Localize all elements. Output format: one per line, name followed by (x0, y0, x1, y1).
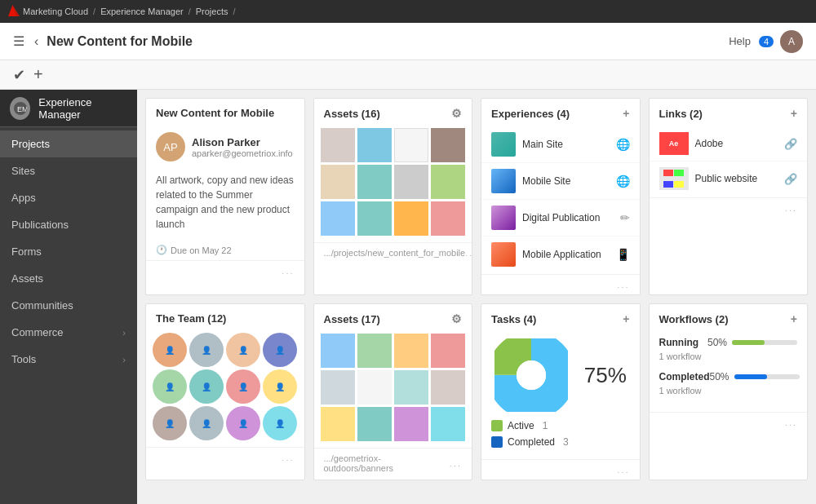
notification-badge[interactable]: 4 (759, 36, 774, 47)
tasks-card: Tasks (4) + 75% (481, 303, 641, 480)
page-title: New Content for Mobile (47, 34, 729, 49)
links-title: Links (2) (659, 108, 703, 120)
assets2-card-header: Assets (17) ⚙ (314, 304, 472, 330)
asset-thumb (394, 334, 428, 368)
add-experience-button[interactable]: + (623, 107, 629, 120)
wf-sub: 1 workflow (659, 351, 798, 361)
main-content: New Content for Mobile AP Alison Parker … (137, 90, 816, 504)
assets2-title: Assets (17) (324, 313, 380, 325)
asset-thumb (431, 128, 465, 162)
wf-percent: 50% (707, 337, 727, 348)
link-item: Public website 🔗 (650, 161, 808, 196)
edit-icon[interactable]: ✏ (620, 211, 630, 224)
sidebar: EM Experience Manager Projects Sites App… (0, 90, 137, 504)
more-options-button[interactable]: ... (282, 453, 294, 462)
experiences-card: Experiences (4) + Main Site 🌐 Mobile Sit… (481, 98, 641, 295)
settings-icon[interactable]: ⚙ (451, 312, 462, 325)
wf-top: Completed 50% (659, 371, 798, 382)
sidebar-item-communities[interactable]: Communities (0, 292, 137, 319)
link-item: Ae Adobe 🔗 (650, 126, 808, 161)
link-icon[interactable]: 🔗 (784, 138, 797, 150)
link-icon[interactable]: 🔗 (784, 173, 797, 185)
more-options-button[interactable]: ... (617, 465, 629, 475)
globe-icon[interactable]: 🌐 (616, 175, 630, 188)
asset-thumb (357, 334, 392, 368)
help-link[interactable]: Help (729, 35, 751, 47)
add-icon[interactable]: + (33, 65, 43, 84)
asset-thumb (394, 407, 428, 441)
asset-thumb (394, 201, 428, 236)
settings-icon[interactable]: ⚙ (451, 107, 462, 120)
sidebar-item-apps[interactable]: Apps (0, 184, 137, 211)
asset-thumb (321, 407, 355, 441)
sidebar-item-commerce[interactable]: Commerce › (0, 319, 137, 346)
legend-dot-active (491, 420, 503, 431)
more-options-button[interactable]: ... (785, 203, 797, 213)
add-task-button[interactable]: + (623, 312, 629, 325)
more-options-button[interactable]: ... (617, 280, 629, 290)
sidebar-item-projects[interactable]: Projects (0, 130, 137, 157)
back-button[interactable]: ‹ (34, 34, 38, 49)
hamburger-icon[interactable]: ☰ (13, 33, 24, 49)
workflows-title: Workflows (2) (659, 313, 729, 325)
asset-thumb (394, 165, 428, 199)
asset-thumb (394, 370, 428, 405)
sidebar-nav: Projects Sites Apps Publications Forms A… (0, 127, 137, 373)
device-icon[interactable]: 📱 (616, 248, 630, 261)
workflows-card-footer: ... (650, 412, 808, 432)
team-card-footer: ... (146, 447, 304, 467)
sidebar-app-name: Experience Manager (38, 96, 127, 121)
team-member-avatar: 👤 (189, 333, 224, 367)
pie-chart-svg (494, 338, 568, 412)
assets2-grid (314, 330, 472, 448)
sidebar-item-publications[interactable]: Publications (0, 211, 137, 238)
legend-item-active: Active 1 (491, 420, 630, 431)
wf-label: Completed (659, 371, 710, 382)
asset-thumb (431, 165, 465, 199)
add-link-button[interactable]: + (791, 107, 797, 120)
project-description: All artwork, copy and new ideas related … (146, 170, 304, 240)
wf-top: Running 50% (659, 337, 798, 348)
assets1-card: Assets (16) ⚙ .../projects/new_content_f… (313, 98, 473, 295)
wf-bar-completed (734, 374, 767, 379)
user-info: Alison Parker aparker@geometriox.info (192, 136, 293, 158)
globe-icon[interactable]: 🌐 (616, 138, 630, 151)
experiences-list: Main Site 🌐 Mobile Site 🌐 Digital Public… (481, 125, 640, 274)
team-member-avatar: 👤 (189, 369, 224, 404)
links-card: Links (2) + Ae Adobe 🔗 (649, 98, 809, 295)
sidebar-item-assets[interactable]: Assets (0, 265, 137, 292)
user-avatar[interactable]: A (780, 30, 803, 53)
team-card: The Team (12) 👤 👤 👤 👤 👤 👤 👤 👤 👤 👤 👤 👤 ..… (145, 303, 305, 480)
experience-name: Main Site (522, 139, 616, 150)
more-options-button[interactable]: ... (785, 418, 797, 427)
team-member-avatar: 👤 (263, 333, 297, 367)
tasks-title: Tasks (4) (491, 313, 536, 325)
assets2-path: .../geometriox-outdoors/banners (324, 453, 450, 473)
check-icon[interactable]: ✔ (13, 66, 25, 84)
sidebar-item-forms[interactable]: Forms (0, 238, 137, 265)
exp-thumb (491, 206, 516, 230)
assets1-card-footer: .../projects/new_content_for_mobile ... (314, 242, 472, 263)
add-workflow-button[interactable]: + (791, 312, 797, 325)
more-options-button[interactable]: ... (282, 266, 294, 276)
sidebar-item-tools[interactable]: Tools › (0, 346, 137, 373)
link-thumb (659, 167, 689, 190)
assets2-card-footer: .../geometriox-outdoors/banners ... (314, 448, 472, 478)
more-options-button[interactable]: ... (450, 458, 462, 468)
sidebar-item-sites[interactable]: Sites (0, 157, 137, 184)
team-member-avatar: 👤 (226, 406, 260, 440)
user-email: aparker@geometriox.info (192, 148, 293, 158)
asset-thumb (321, 128, 355, 162)
sep3: / (233, 7, 235, 16)
wf-bar-bg (734, 374, 800, 379)
legend-dot-completed (491, 436, 503, 448)
team-member-avatar: 👤 (153, 406, 187, 440)
asset-thumb (357, 128, 392, 162)
due-date: 🕐 Due on May 22 (146, 240, 304, 260)
asset-thumb (431, 334, 465, 368)
assets1-card-header: Assets (16) ⚙ (314, 99, 472, 125)
assets1-title: Assets (16) (324, 108, 380, 120)
project-card-header: New Content for Mobile (146, 99, 304, 124)
action-bar: ✔ + (0, 60, 816, 90)
more-options-button[interactable]: ... (465, 248, 472, 258)
